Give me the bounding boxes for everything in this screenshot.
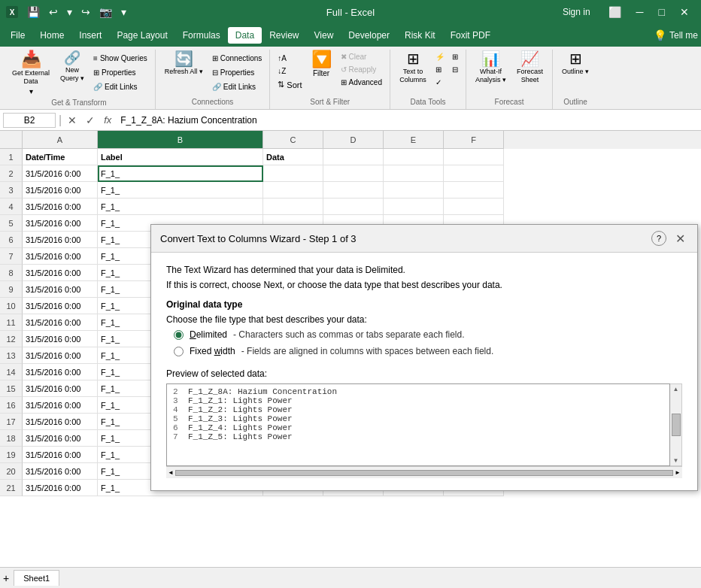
cell-A9[interactable]: 31/5/2016 0:00 xyxy=(23,281,98,298)
undo-button[interactable]: ↩ xyxy=(46,5,61,20)
cell-A12[interactable]: 31/5/2016 0:00 xyxy=(23,331,98,347)
cell-B4[interactable]: F_1_ xyxy=(98,199,263,215)
cell-D4[interactable] xyxy=(323,199,384,215)
col-header-F[interactable]: F xyxy=(444,131,504,149)
scroll-thumb[interactable] xyxy=(672,414,681,436)
sheet-tab-sheet1[interactable]: Sheet1 xyxy=(14,570,59,586)
edit-links-button[interactable]: 🔗 Edit Links xyxy=(90,81,150,92)
flash-fill-button[interactable]: ⚡ xyxy=(432,51,448,62)
preview-box[interactable]: 2F_1_Z_8A: Hazium Concentration 3F_1_Z_1… xyxy=(166,383,670,466)
cell-D2[interactable] xyxy=(323,165,384,182)
outline-button[interactable]: ⊞ Outline ▾ xyxy=(557,50,593,77)
cell-A5[interactable]: 31/5/2016 0:00 xyxy=(23,215,98,232)
add-sheet-button[interactable]: + xyxy=(3,572,9,584)
scroll-up-icon[interactable]: ▲ xyxy=(673,386,679,393)
cell-B2[interactable]: F_1_ xyxy=(98,165,263,182)
cell-C4[interactable] xyxy=(263,199,323,215)
menu-review[interactable]: Review xyxy=(262,27,306,44)
h-scroll-left-icon[interactable]: ◄ xyxy=(168,469,174,476)
menu-home[interactable]: Home xyxy=(32,27,71,44)
radio-option-delimited[interactable]: Delimited - Characters such as commas or… xyxy=(174,329,682,340)
data-validation-button[interactable]: ✓ xyxy=(432,77,448,88)
col-header-E[interactable]: E xyxy=(384,131,444,149)
cell-A3[interactable]: 31/5/2016 0:00 xyxy=(23,182,98,199)
cell-A20[interactable]: 31/5/2016 0:00 xyxy=(23,463,98,480)
menu-formulas[interactable]: Formulas xyxy=(175,27,228,44)
cell-A1[interactable]: Date/Time xyxy=(23,149,98,165)
remove-duplicates-button[interactable]: ⊞ xyxy=(432,64,448,75)
cell-D3[interactable] xyxy=(323,182,384,199)
col-header-A[interactable]: A xyxy=(23,131,98,149)
cell-A19[interactable]: 31/5/2016 0:00 xyxy=(23,447,98,463)
save-button[interactable]: 💾 xyxy=(24,5,43,20)
cell-A21[interactable]: 31/5/2016 0:00 xyxy=(23,480,98,496)
connections-button[interactable]: ⊞ Connections xyxy=(209,53,266,64)
new-query-button[interactable]: 🔗 NewQuery ▾ xyxy=(56,50,89,84)
cell-A11[interactable]: 31/5/2016 0:00 xyxy=(23,314,98,331)
cell-A17[interactable]: 31/5/2016 0:00 xyxy=(23,414,98,430)
menu-file[interactable]: File xyxy=(3,27,32,44)
cell-A7[interactable]: 31/5/2016 0:00 xyxy=(23,248,98,265)
cancel-formula-button[interactable]: ✕ xyxy=(65,114,80,126)
scroll-down-icon[interactable]: ▼ xyxy=(673,457,679,464)
cell-A4[interactable]: 31/5/2016 0:00 xyxy=(23,199,98,215)
text-to-columns-button[interactable]: ⊞ Text toColumns xyxy=(395,50,431,86)
edit-links2-button[interactable]: 🔗 Edit Links xyxy=(209,81,266,92)
cell-A15[interactable]: 31/5/2016 0:00 xyxy=(23,380,98,397)
col-header-C[interactable]: C xyxy=(263,131,323,149)
cell-E3[interactable] xyxy=(384,182,444,199)
minimize-button[interactable]: ─ xyxy=(630,3,650,21)
menu-developer[interactable]: Developer xyxy=(341,27,397,44)
h-scroll-thumb[interactable] xyxy=(175,470,673,476)
forecast-sheet-button[interactable]: 📈 ForecastSheet xyxy=(512,50,548,86)
sign-in-link[interactable]: Sign in xyxy=(563,7,590,17)
consolidate-button[interactable]: ⊞ xyxy=(449,51,461,62)
formula-input[interactable] xyxy=(117,115,698,126)
cell-F1[interactable] xyxy=(444,149,504,165)
cell-F3[interactable] xyxy=(444,182,504,199)
reapply-button[interactable]: ↺ Reapply xyxy=(338,64,385,75)
radio-delimited[interactable] xyxy=(174,330,184,340)
cell-A18[interactable]: 31/5/2016 0:00 xyxy=(23,430,98,447)
radio-fixed-width[interactable] xyxy=(174,347,184,356)
cell-E1[interactable] xyxy=(384,149,444,165)
what-if-button[interactable]: 📊 What-IfAnalysis ▾ xyxy=(471,50,511,86)
dialog-help-button[interactable]: ? xyxy=(651,231,666,246)
show-queries-button[interactable]: ≡ Show Queries xyxy=(90,53,150,64)
menu-data[interactable]: Data xyxy=(228,27,262,44)
maximize-button[interactable]: □ xyxy=(653,3,671,21)
confirm-formula-button[interactable]: ✓ xyxy=(83,114,98,126)
h-scroll-right-icon[interactable]: ► xyxy=(675,469,681,476)
cell-F4[interactable] xyxy=(444,199,504,215)
properties2-button[interactable]: ⊟ Properties xyxy=(209,67,266,78)
menu-foxit-pdf[interactable]: Foxit PDF xyxy=(443,27,498,44)
col-header-D[interactable]: D xyxy=(323,131,384,149)
cell-A6[interactable]: 31/5/2016 0:00 xyxy=(23,232,98,248)
radio-option-fixed-width[interactable]: Fixed width - Fields are aligned in colu… xyxy=(174,346,682,356)
cell-C1[interactable]: Data xyxy=(263,149,323,165)
menu-risk-kit[interactable]: Risk Kit xyxy=(397,27,443,44)
get-external-data-dropdown[interactable]: ▾ xyxy=(29,87,33,95)
cell-A2[interactable]: 31/5/2016 0:00 xyxy=(23,165,98,182)
sort-button[interactable]: ⇅ Sort xyxy=(275,78,305,91)
cell-C2[interactable] xyxy=(263,165,323,182)
ribbon-display-button[interactable]: ⬜ xyxy=(602,3,627,21)
get-external-data-button[interactable]: 📥 Get ExternalData ▾ xyxy=(8,50,54,97)
advanced-button[interactable]: ⊞ Advanced xyxy=(338,77,385,88)
cell-E2[interactable] xyxy=(384,165,444,182)
menu-view[interactable]: View xyxy=(307,27,341,44)
customize-button[interactable]: ▾ xyxy=(118,5,129,20)
camera-button[interactable]: 📷 xyxy=(96,5,115,20)
undo-dropdown[interactable]: ▾ xyxy=(64,5,75,20)
sort-za-button[interactable]: ↓Z xyxy=(275,65,305,77)
col-header-B[interactable]: B xyxy=(98,131,263,149)
cell-C3[interactable] xyxy=(263,182,323,199)
cell-A16[interactable]: 31/5/2016 0:00 xyxy=(23,397,98,414)
cell-A13[interactable]: 31/5/2016 0:00 xyxy=(23,347,98,364)
cell-B3[interactable]: F_1_ xyxy=(98,182,263,199)
cell-F2[interactable] xyxy=(444,165,504,182)
redo-button[interactable]: ↪ xyxy=(78,5,93,20)
preview-scrollbar[interactable]: ▲ ▼ xyxy=(670,383,682,466)
cell-E4[interactable] xyxy=(384,199,444,215)
text-to-columns-dialog[interactable]: Convert Text to Columns Wizard - Step 1 … xyxy=(150,224,698,491)
